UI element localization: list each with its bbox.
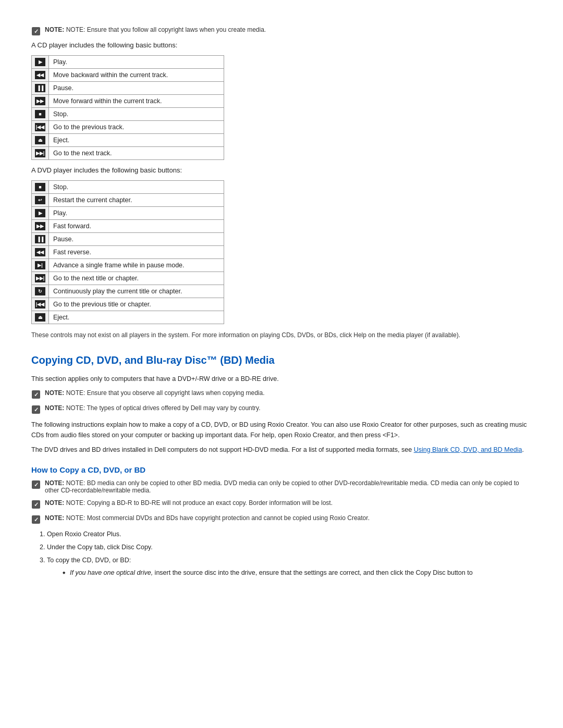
cd-button-icon-cell: ◀◀ [32, 69, 49, 82]
copy-para1: The following instructions explain how t… [31, 419, 532, 440]
cd-button-icon: ▶▶ [35, 97, 45, 105]
table-row: ▶▶| Go to the next title or chapter. [32, 272, 224, 285]
note-bd-media: ✓ NOTE: NOTE: BD media can only be copie… [31, 479, 532, 494]
dvd-button-icon: ▶ [35, 209, 45, 217]
table-row: ↻ Continuously play the current title or… [32, 285, 224, 298]
dvd-button-icon-cell: ⏏ [32, 311, 49, 324]
cd-button-description: Go to the next track. [49, 147, 224, 160]
note-icon-5: ✓ [31, 500, 41, 509]
table-row: ▶▶ Move forward within the current track… [32, 95, 224, 108]
note-copyright-copy: ✓ NOTE: NOTE: Ensure that you observe al… [31, 389, 532, 399]
note-copyright-create-text: NOTE: NOTE: Ensure that you follow all c… [45, 26, 266, 33]
table-row: ▶ Play. [32, 56, 224, 69]
dvd-button-icon-cell: ▶▶ [32, 220, 49, 233]
table-row: ◀◀ Move backward within the current trac… [32, 69, 224, 82]
dvd-button-description: Restart the current chapter. [49, 194, 224, 207]
dvd-button-icon-cell: ▶| [32, 259, 49, 272]
dvd-button-description: Fast forward. [49, 220, 224, 233]
cd-button-description: Stop. [49, 108, 224, 121]
dvd-button-icon: ◀◀ [35, 248, 45, 256]
note-optical-drives: ✓ NOTE: NOTE: The types of optical drive… [31, 404, 532, 414]
svg-text:✓: ✓ [34, 391, 39, 398]
dvd-button-description: Advance a single frame while in pause mo… [49, 259, 224, 272]
table-row: ⏏ Eject. [32, 311, 224, 324]
svg-text:✓: ✓ [34, 501, 39, 508]
note-optical-drives-text: NOTE: NOTE: The types of optical drives … [45, 404, 261, 412]
note-commercial-dvd-text: NOTE: NOTE: Most commercial DVDs and BDs… [45, 514, 370, 522]
svg-text:✓: ✓ [34, 516, 39, 523]
cd-button-icon: ■ [35, 110, 45, 118]
table-row: ■ Stop. [32, 108, 224, 121]
svg-text:✓: ✓ [34, 406, 39, 413]
cd-button-icon-cell: ▶▶ [32, 95, 49, 108]
how-to-heading: How to Copy a CD, DVD, or BD [31, 465, 532, 474]
blank-media-link[interactable]: Using Blank CD, DVD, and BD Media [414, 446, 522, 453]
note-icon-2: ✓ [31, 390, 41, 399]
svg-text:✓: ✓ [34, 482, 39, 488]
controls-note-text: These controls may not exist on all play… [31, 331, 532, 339]
dvd-button-icon-cell: ■ [32, 181, 49, 194]
cd-button-icon: ▶▶| [35, 149, 45, 157]
cd-button-description: Move backward within the current track. [49, 69, 224, 82]
dvd-button-description: Pause. [49, 233, 224, 246]
table-row: ■ Stop. [32, 181, 224, 194]
note-icon-1: ✓ [31, 27, 41, 36]
cd-button-icon-cell: ▐▐ [32, 82, 49, 95]
step-3: To copy the CD, DVD, or BD: If you have … [47, 556, 532, 578]
dvd-button-description: Go to the previous title or chapter. [49, 298, 224, 311]
cd-button-description: Eject. [49, 134, 224, 147]
dvd-button-icon-cell: ↻ [32, 285, 49, 298]
table-row: ▶▶| Go to the next track. [32, 147, 224, 160]
cd-button-icon-cell: ▶▶| [32, 147, 49, 160]
cd-button-icon: |◀◀ [35, 123, 45, 131]
table-row: ▶| Advance a single frame while in pause… [32, 259, 224, 272]
step-1: Open Roxio Creator Plus. [47, 529, 532, 539]
dvd-buttons-table: ■ Stop. ↩ Restart the current chapter. ▶… [31, 180, 224, 324]
dvd-button-icon: ▶| [35, 261, 45, 269]
note-bd-media-text: NOTE: NOTE: BD media can only be copied … [45, 479, 532, 494]
table-row: ▐▐ Pause. [32, 82, 224, 95]
note-icon-6: ✓ [31, 515, 41, 524]
dvd-button-icon: ⏏ [35, 313, 45, 322]
cd-buttons-table: ▶ Play. ◀◀ Move backward within the curr… [31, 55, 224, 160]
dvd-button-icon: |◀◀ [35, 300, 45, 309]
table-row: ◀◀ Fast reverse. [32, 246, 224, 259]
note-copyright-copy-text: NOTE: NOTE: Ensure that you observe all … [45, 389, 265, 397]
dvd-button-icon: ■ [35, 183, 45, 191]
sub-step-1: If you have one optical drive, insert th… [63, 568, 532, 578]
cd-button-description: Move forward within the current track. [49, 95, 224, 108]
table-row: ⏏ Eject. [32, 134, 224, 147]
cd-button-description: Pause. [49, 82, 224, 95]
cd-button-icon: ▐▐ [35, 84, 45, 92]
note-bd-copy-text: NOTE: NOTE: Copying a BD-R to BD-RE will… [45, 499, 333, 507]
dvd-button-icon: ↩ [35, 196, 45, 204]
table-row: ▶▶ Fast forward. [32, 220, 224, 233]
copy-para2: The DVD drives and BD drives installed i… [31, 445, 532, 455]
cd-intro-text: A CD player includes the following basic… [31, 41, 532, 49]
dvd-button-icon-cell: ▶ [32, 207, 49, 220]
copy-heading: Copying CD, DVD, and Blu-ray Disc™ (BD) … [31, 354, 532, 366]
dvd-intro-text: A DVD player includes the following basi… [31, 166, 532, 174]
note-commercial-dvd: ✓ NOTE: NOTE: Most commercial DVDs and B… [31, 514, 532, 524]
cd-button-icon: ◀◀ [35, 71, 45, 79]
dvd-button-icon-cell: ↩ [32, 194, 49, 207]
dvd-button-icon-cell: ▶▶| [32, 272, 49, 285]
cd-button-icon: ▶ [35, 58, 45, 66]
copy-section-intro: This section applies only to computers t… [31, 374, 532, 384]
dvd-button-description: Play. [49, 207, 224, 220]
sub-steps-list: If you have one optical drive, insert th… [63, 568, 532, 578]
dvd-button-icon-cell: |◀◀ [32, 298, 49, 311]
steps-list: Open Roxio Creator Plus. Under the Copy … [47, 529, 532, 578]
cd-button-description: Play. [49, 56, 224, 69]
note-copyright-create: ✓ NOTE: NOTE: Ensure that you follow all… [31, 26, 532, 36]
table-row: |◀◀ Go to the previous title or chapter. [32, 298, 224, 311]
dvd-button-icon-cell: ▐▐ [32, 233, 49, 246]
note-bd-copy: ✓ NOTE: NOTE: Copying a BD-R to BD-RE wi… [31, 499, 532, 509]
note-icon-3: ✓ [31, 405, 41, 414]
table-row: |◀◀ Go to the previous track. [32, 121, 224, 134]
cd-button-icon: ⏏ [35, 136, 45, 144]
svg-text:✓: ✓ [34, 28, 39, 34]
note-icon-4: ✓ [31, 480, 41, 489]
cd-button-icon-cell: ▶ [32, 56, 49, 69]
cd-button-icon-cell: ⏏ [32, 134, 49, 147]
